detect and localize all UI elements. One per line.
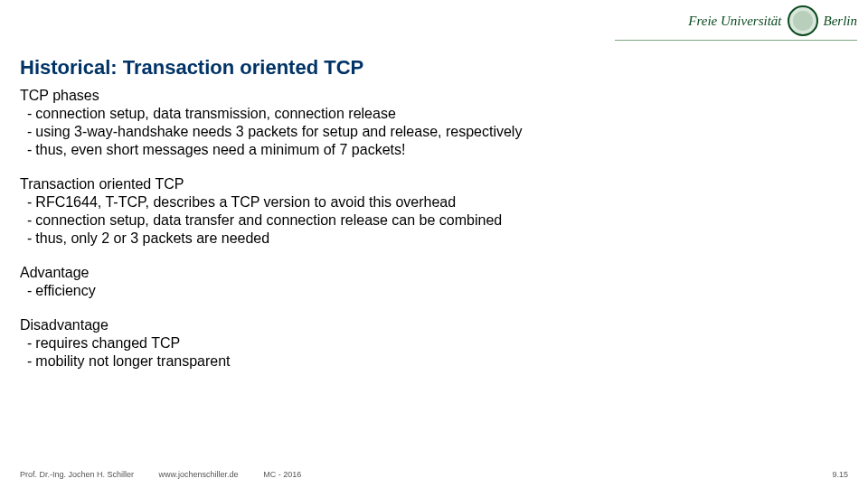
bullet-item: -using 3-way-handshake needs 3 packets f…: [20, 123, 841, 141]
slide: Freie Universität Berlin Historical: Tra…: [0, 0, 868, 488]
bullet-text: connection setup, data transmission, con…: [35, 105, 395, 123]
bullet-text: efficiency: [35, 282, 95, 300]
bullet-item: -efficiency: [20, 282, 841, 300]
bullet-item: -requires changed TCP: [20, 334, 841, 352]
section-heading: TCP phases: [20, 87, 841, 105]
bullet-text: RFC1644, T-TCP, describes a TCP version …: [35, 193, 456, 211]
section-tcp-phases: TCP phases -connection setup, data trans…: [20, 87, 841, 159]
university-name-right: Berlin: [824, 14, 858, 29]
bullet-item: -RFC1644, T-TCP, describes a TCP version…: [20, 193, 841, 211]
section-heading: Transaction oriented TCP: [20, 175, 841, 193]
bullet-item: -thus, even short messages need a minimu…: [20, 141, 841, 159]
bullet-text: connection setup, data transfer and conn…: [35, 211, 502, 230]
bullet-item: -connection setup, data transmission, co…: [20, 105, 841, 123]
bullet-text: requires changed TCP: [35, 334, 180, 352]
header-divider: [615, 40, 857, 41]
header: Freie Universität Berlin: [0, 0, 868, 42]
bullet-item: -thus, only 2 or 3 packets are needed: [20, 230, 841, 248]
bullet-item: -connection setup, data transfer and con…: [20, 211, 841, 230]
university-name-left: Freie Universität: [688, 14, 781, 28]
section-advantage: Advantage -efficiency: [20, 264, 841, 300]
slide-title: Historical: Transaction oriented TCP: [20, 56, 363, 80]
university-logo: Freie Universität Berlin: [688, 5, 857, 36]
footer-author: Prof. Dr.-Ing. Jochen H. Schiller: [20, 470, 134, 479]
slide-content: TCP phases -connection setup, data trans…: [20, 87, 841, 387]
bullet-text: using 3-way-handshake needs 3 packets fo…: [35, 123, 522, 141]
bullet-text: mobility not longer transparent: [35, 352, 230, 371]
footer-url: www.jochenschiller.de: [159, 470, 239, 479]
footer-course: MC - 2016: [263, 470, 301, 479]
university-seal-icon: [788, 5, 818, 36]
page-number: 9.15: [832, 470, 848, 479]
bullet-text: thus, even short messages need a minimum…: [35, 141, 405, 159]
section-heading: Disadvantage: [20, 316, 841, 334]
section-ttcp: Transaction oriented TCP -RFC1644, T-TCP…: [20, 175, 841, 248]
bullet-item: -mobility not longer transparent: [20, 352, 841, 371]
section-disadvantage: Disadvantage -requires changed TCP -mobi…: [20, 316, 841, 371]
section-heading: Advantage: [20, 264, 841, 282]
bullet-text: thus, only 2 or 3 packets are needed: [35, 230, 269, 248]
footer: Prof. Dr.-Ing. Jochen H. Schiller www.jo…: [20, 470, 848, 479]
